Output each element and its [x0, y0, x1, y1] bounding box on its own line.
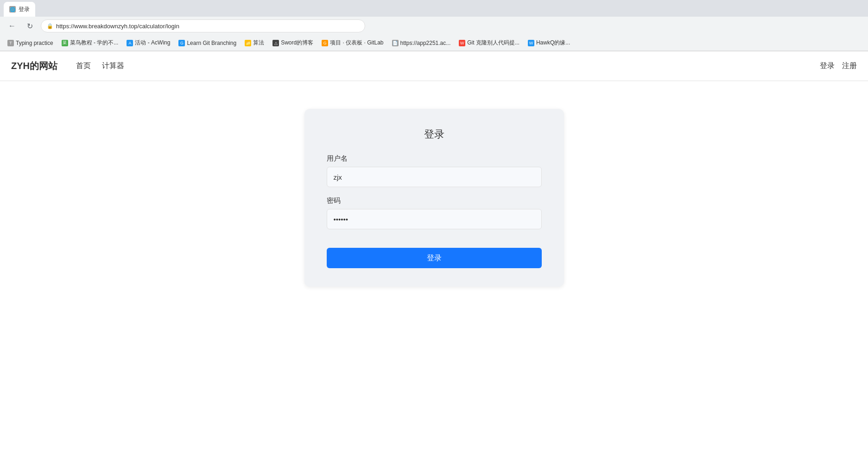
bookmark-icon: A	[127, 40, 133, 46]
url-bar[interactable]: 🔒 https://www.breakdownzyh.top/calculato…	[41, 19, 365, 32]
password-input[interactable]	[327, 209, 542, 229]
browser-chrome: 🌐 登录 ← ↻ 🔒 https://www.breakdownzyh.top/…	[0, 0, 868, 51]
bookmark-label: 活动 - AcWing	[135, 39, 170, 47]
bookmark-learn-git[interactable]: G Learn Git Branching	[175, 38, 240, 48]
bookmark-icon: 菜	[62, 40, 68, 46]
bookmark-label: HawkQ的缘...	[536, 39, 570, 47]
nav-register-button[interactable]: 注册	[842, 61, 857, 71]
bookmark-icon: T	[7, 40, 14, 46]
bookmark-label: 项目 · 仪表板 · GitLab	[330, 39, 383, 47]
bookmark-acwing[interactable]: A 活动 - AcWing	[123, 38, 174, 48]
password-label: 密码	[327, 196, 542, 205]
bookmark-label: https://app2251.ac...	[400, 40, 451, 46]
bookmark-label: 菜鸟教程 - 学的不...	[70, 39, 119, 47]
bookmark-label: Git 克隆别人代码提...	[467, 39, 520, 47]
username-group: 用户名	[327, 154, 542, 187]
site-nav: ZYH的网站 首页 计算器 登录 注册	[0, 51, 868, 81]
nav-right: 登录 注册	[820, 61, 857, 71]
nav-link-calculator[interactable]: 计算器	[102, 61, 124, 71]
bookmark-typing-practice[interactable]: T Typing practice	[4, 38, 57, 48]
back-button[interactable]: ←	[6, 19, 19, 32]
bookmark-icon: 📁	[245, 40, 251, 46]
bookmark-gitlab[interactable]: G 项目 · 仪表板 · GitLab	[318, 38, 387, 48]
nav-login-button[interactable]: 登录	[820, 61, 835, 71]
bookmark-label: 算法	[253, 39, 264, 47]
bookmark-git-clone[interactable]: W Git 克隆别人代码提...	[455, 38, 523, 48]
active-tab[interactable]: 🌐 登录	[4, 2, 35, 17]
bookmark-label: Typing practice	[16, 40, 53, 46]
bookmark-icon: 📄	[392, 40, 399, 46]
bookmark-icon: G	[178, 40, 185, 46]
password-group: 密码	[327, 196, 542, 229]
login-title: 登录	[327, 127, 542, 141]
nav-link-home[interactable]: 首页	[76, 61, 91, 71]
login-card: 登录 用户名 密码 登录	[304, 109, 564, 287]
tab-bar: 🌐 登录	[0, 0, 868, 17]
bookmark-icon: W	[459, 40, 465, 46]
bookmark-label: Sword的博客	[281, 39, 313, 47]
bookmarks-bar: T Typing practice 菜 菜鸟教程 - 学的不... A 活动 -…	[0, 35, 868, 51]
lock-icon: 🔒	[47, 23, 53, 29]
bookmark-icon: G	[322, 40, 328, 46]
bookmark-icon: W	[528, 40, 534, 46]
address-bar: ← ↻ 🔒 https://www.breakdownzyh.top/calcu…	[0, 17, 868, 35]
page-content: ZYH的网站 首页 计算器 登录 注册 登录 用户名 密码 登录	[0, 51, 868, 453]
username-label: 用户名	[327, 154, 542, 163]
bookmark-icon: △	[272, 40, 279, 46]
bookmark-sword[interactable]: △ Sword的博客	[269, 38, 317, 48]
bookmark-hawkq[interactable]: W HawkQ的缘...	[524, 38, 574, 48]
login-container: 登录 用户名 密码 登录	[0, 81, 868, 287]
nav-links: 首页 计算器	[76, 61, 124, 71]
site-logo: ZYH的网站	[11, 60, 57, 72]
reload-button[interactable]: ↻	[23, 19, 36, 32]
bookmark-runoob[interactable]: 菜 菜鸟教程 - 学的不...	[58, 38, 122, 48]
login-submit-button[interactable]: 登录	[327, 248, 542, 268]
bookmark-leetcode[interactable]: 📁 算法	[241, 38, 268, 48]
bookmark-label: Learn Git Branching	[187, 40, 236, 46]
username-input[interactable]	[327, 167, 542, 187]
tab-favicon: 🌐	[9, 6, 16, 13]
url-text: https://www.breakdownzyh.top/calculator/…	[56, 23, 179, 30]
tab-label: 登录	[19, 6, 30, 13]
bookmark-app2251[interactable]: 📄 https://app2251.ac...	[388, 38, 455, 48]
